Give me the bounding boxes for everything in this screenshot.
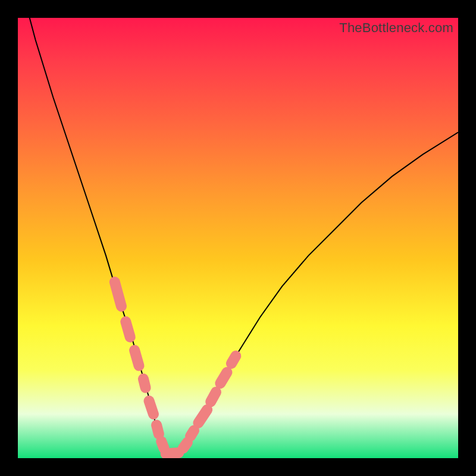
marker-segment (161, 441, 164, 449)
marker-segment (190, 430, 194, 436)
marker-segment (143, 379, 146, 388)
chart-svg (18, 18, 458, 458)
plot-area: TheBottleneck.com (18, 18, 458, 458)
marker-segment (220, 372, 227, 384)
marker-segment (115, 282, 121, 306)
marker-segment (211, 392, 216, 402)
marker-segment (183, 442, 187, 448)
marker-segment (126, 322, 130, 337)
marker-segment (231, 356, 236, 364)
marker-segment (149, 401, 154, 414)
bottleneck-curve (18, 18, 458, 454)
watermark-text: TheBottleneck.com (339, 20, 453, 36)
marker-segment (166, 453, 179, 454)
marker-segment (156, 425, 159, 434)
chart-frame: TheBottleneck.com (0, 0, 476, 476)
marker-segment (134, 350, 139, 366)
marker-segment (198, 410, 207, 423)
marker-segments (115, 282, 236, 454)
